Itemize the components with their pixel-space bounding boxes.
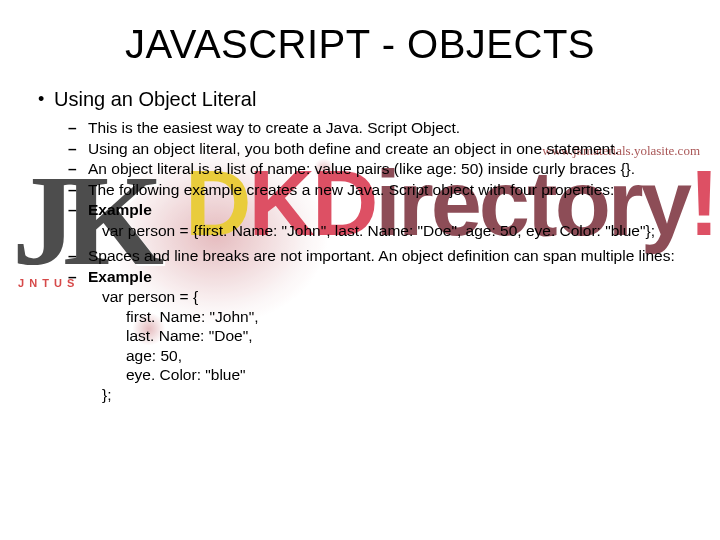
list-item-example-label: Example [88,267,682,287]
slide-content: JAVASCRIPT - OBJECTS Using an Object Lit… [0,0,720,540]
code-line: var person = { [102,287,682,307]
code-line: age: 50, [102,346,682,366]
list-item: This is the easiest way to create a Java… [88,118,682,138]
code-line: eye. Color: "blue" [102,365,682,385]
list-item: Using an Object Literal This is the easi… [54,87,682,404]
code-line: first. Name: "John", [102,307,682,327]
bullet-list-level2: This is the easiest way to create a Java… [54,118,682,220]
bullet-list-level1: Using an Object Literal This is the easi… [38,87,682,404]
code-line: var person = {first. Name: "John", last.… [102,221,682,241]
code-example-1: var person = {first. Name: "John", last.… [54,221,682,241]
slide-title: JAVASCRIPT - OBJECTS [38,22,682,67]
bullet-list-level2-cont: Spaces and line breaks are not important… [54,246,682,286]
code-line: }; [102,385,682,405]
code-line: last. Name: "Doe", [102,326,682,346]
list-item: An object literal is a list of name: val… [88,159,682,179]
lvl1-text: Using an Object Literal [54,88,256,110]
list-item: The following example creates a new Java… [88,180,682,200]
list-item: Using an object literal, you both define… [88,139,682,159]
list-item-example-label: Example [88,200,682,220]
code-example-2: var person = { first. Name: "John", last… [54,287,682,404]
list-item: Spaces and line breaks are not important… [88,246,682,266]
